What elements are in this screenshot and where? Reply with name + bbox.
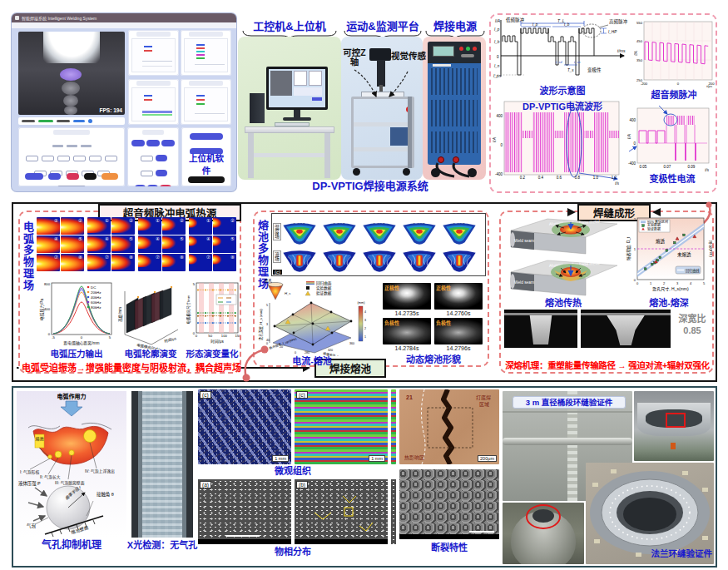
svg-text:低频脉冲: 低频脉冲 (506, 17, 525, 23)
arc-field-cell: ① (189, 217, 212, 235)
cell-number: ② (129, 218, 133, 223)
cell-number: ④ (156, 236, 160, 241)
cell-number: ① (156, 218, 160, 223)
app-titlebar: 智能焊接系统 Intelligent Welding System (12, 13, 236, 22)
svg-text:3: 3 (266, 323, 268, 326)
monitor-chart-card (181, 30, 231, 76)
app-menubar[interactable] (12, 22, 236, 28)
svg-text:高度/mm: 高度/mm (118, 307, 123, 322)
desk-leg (324, 133, 330, 178)
cross-section-photo (581, 310, 671, 348)
svg-text:H_s: H_s (285, 291, 291, 295)
emergency-button[interactable] (84, 173, 97, 180)
arc-field-cell: ⑧ (61, 254, 84, 271)
svg-text:I_n: I_n (494, 64, 500, 68)
sensor-column (408, 97, 412, 168)
motion-button[interactable] (146, 140, 160, 146)
svg-text:熔透: 熔透 (656, 238, 666, 245)
record-dot[interactable] (88, 119, 92, 123)
cell-number: ⑤ (78, 236, 82, 241)
morphology-plot: 0 5 0 50 100 150 电弧横向尺寸/mm 时间/μs (186, 278, 240, 349)
svg-text:0.4: 0.4 (538, 176, 544, 180)
motion-button[interactable] (147, 185, 158, 186)
svg-text:I_HP: I_HP (608, 30, 617, 34)
cell-number: ① (206, 218, 210, 223)
svg-text:0.09: 0.09 (688, 165, 696, 169)
temperature-field-image (440, 221, 478, 246)
svg-text:t/s: t/s (705, 168, 710, 172)
motion-button[interactable] (135, 185, 146, 186)
connect-button[interactable] (190, 133, 223, 140)
cell-number: ⑤ (230, 236, 235, 241)
param-input[interactable] (26, 156, 38, 161)
svg-text:t/μs: t/μs (706, 84, 713, 88)
hf-caption: 超音频脉冲 (632, 90, 716, 100)
cross-section-photo (504, 310, 577, 348)
exit-button[interactable] (188, 176, 225, 183)
weld-bead (64, 106, 77, 115)
monitor-base (283, 117, 311, 121)
svg-text:熔透程度, D_t: 熔透程度, D_t (626, 236, 631, 260)
phase-image-a: (a) (198, 479, 291, 544)
svg-text:0.2: 0.2 (520, 176, 526, 180)
param-select[interactable] (57, 186, 86, 186)
arc-highlight (60, 68, 82, 81)
svg-text:2: 2 (663, 281, 666, 285)
power-button-red[interactable] (459, 47, 463, 51)
arc-field-cell: ④ (189, 235, 212, 253)
arc-field-cell: ② (162, 217, 186, 235)
status-value-ok (38, 120, 53, 122)
svg-text:I/A: I/A (634, 51, 638, 56)
flow-field-image (440, 249, 478, 274)
stop-button[interactable] (67, 173, 79, 180)
param-input[interactable] (42, 156, 54, 161)
svg-text:400: 400 (44, 307, 51, 311)
write-params-button[interactable] (25, 173, 43, 180)
arc-start-button[interactable] (102, 173, 118, 180)
power-button-green[interactable] (466, 47, 470, 51)
cell-number: ④ (105, 236, 109, 241)
svg-text:I/A: I/A (493, 136, 497, 142)
pool-sim-box: 6.035s6.065s6.095s6.125s6.155s 温度场 流场 (c… (271, 213, 486, 276)
svg-text:IV: 气泡上浮逸出: IV: 气泡上浮逸出 (85, 468, 115, 474)
motion-stop-button[interactable] (160, 185, 171, 186)
cell-number: ⑧ (129, 255, 133, 260)
svg-text:80kHz: 80kHz (91, 305, 101, 310)
param-input[interactable] (89, 156, 102, 161)
run-button[interactable] (48, 173, 61, 180)
jog-up-button[interactable] (156, 155, 167, 161)
pool-photo-en: 负极性 (434, 318, 483, 344)
svg-text:21: 21 (406, 394, 413, 400)
motion-button[interactable] (161, 140, 175, 146)
polarity-label: 正极性 (436, 284, 451, 291)
arc-field-cell: ⑦ (87, 254, 111, 271)
svg-text:回归曲面: 回归曲面 (316, 280, 332, 286)
polarity-label: 正极性 (384, 284, 399, 291)
fps-counter: FPS: 194 (100, 107, 122, 113)
camera-view: FPS: 194 (18, 32, 125, 115)
svg-text:I: 气泡形核: I: 气泡形核 (20, 469, 39, 475)
pool-time: 14.2760s (434, 310, 483, 316)
fracture-caption: 断裂特性 (416, 543, 483, 553)
svg-text:气泡: 气泡 (27, 523, 36, 528)
svg-text:Weld seam: Weld seam (514, 280, 534, 285)
deep-weld-mechanism-text: 深熔机理：重塑能量传输路径 → 强迫对流+辐射双强化 (503, 359, 712, 371)
photo-ipc (238, 37, 341, 180)
arc-field-group-1: ① ② ④ ⑤ ⑦ ⑧ (37, 217, 84, 271)
schematic-caption: 波形示意图 (493, 86, 632, 96)
motion-input[interactable] (141, 171, 153, 176)
param-input[interactable] (73, 156, 86, 161)
power-knob[interactable] (461, 54, 474, 57)
pool-time: 14.2796s (434, 345, 483, 351)
power-screen (433, 46, 454, 57)
power-button-red2[interactable] (473, 47, 477, 51)
param-input[interactable] (57, 156, 70, 161)
dashed-arrow-z (349, 68, 383, 102)
cell-number: ⑧ (180, 255, 184, 260)
vp-current-plot: 0.05 0.07 0.09 -400 0 400 I/A t/s (627, 105, 716, 173)
jog-down-button[interactable] (156, 170, 167, 176)
param-input[interactable] (105, 156, 117, 161)
motion-button[interactable] (131, 140, 145, 146)
svg-text:0: 0 (633, 141, 636, 146)
motion-input[interactable] (141, 156, 153, 161)
